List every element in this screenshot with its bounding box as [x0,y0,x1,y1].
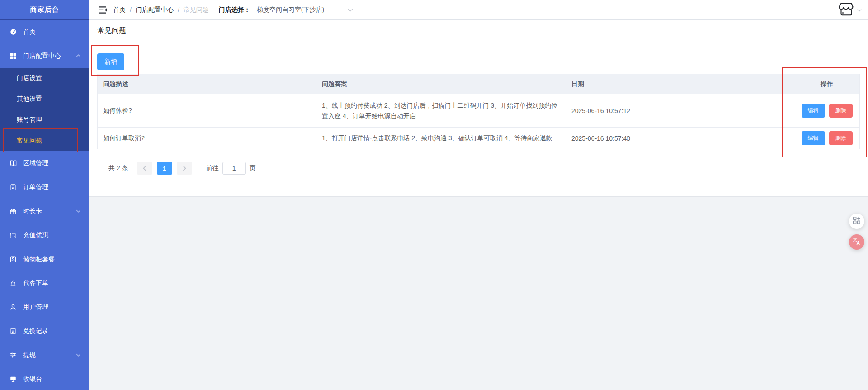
goto-unit: 页 [250,164,256,172]
book-icon [9,159,17,167]
sidebar-item-locker-package[interactable]: 储物柜套餐 [0,247,89,271]
components-plus-icon [853,216,861,226]
sliders-icon [9,351,17,359]
col-header-date: 日期 [566,74,794,94]
faq-card: 常见问题 新增 问题描述 问题答案 日期 操作 如何体验? 1、线上预约付费成功… [89,20,868,197]
page-number-1[interactable]: 1 [157,162,172,175]
store-select-label: 门店选择： [219,6,250,14]
sidebar-item-label: 储物柜套餐 [23,255,55,263]
translate-button[interactable]: 文A [849,234,864,250]
sidebar-item-faq-active[interactable]: 常见问题 [0,130,89,151]
sidebar-item-account-management[interactable]: 账号管理 [0,109,89,130]
col-header-answer: 问题答案 [316,74,566,94]
sidebar: 商家后台 首页 门店配置中心 门店设置 其他设置 账号管理 [0,0,89,390]
sidebar-item-label: 兑换记录 [23,327,48,335]
sidebar-item-recharge-discount[interactable]: 充值优惠 [0,223,89,247]
sidebar-item-cashier[interactable]: 收银台 [0,367,89,390]
breadcrumb-store-config[interactable]: 门店配置中心 [136,6,174,14]
sidebar-item-label: 时长卡 [23,207,42,215]
locker-icon [9,255,17,263]
store-account-menu[interactable] [838,2,862,19]
chevron-down-icon [348,8,353,12]
sidebar-item-store-settings[interactable]: 门店设置 [0,68,89,89]
sidebar-item-label: 区域管理 [23,159,48,167]
table-row: 如何体验? 1、线上预约付费成功 2、到达门店后，扫描门上二维码开门 3、开始订… [98,94,859,128]
col-header-actions: 操作 [794,74,859,94]
sidebar-item-home[interactable]: 首页 [0,20,89,44]
faq-table: 问题描述 问题答案 日期 操作 如何体验? 1、线上预约付费成功 2、到达门店后… [97,74,860,149]
page-title: 常见问题 [97,26,126,36]
table-header-row: 问题描述 问题答案 日期 操作 [98,74,859,94]
storefront-icon [838,2,854,19]
delete-button[interactable]: 删除 [829,104,853,118]
edit-button[interactable]: 编辑 [802,131,825,145]
breadcrumb-separator: / [178,6,179,14]
sidebar-item-label: 代客下单 [23,279,48,287]
store-select[interactable]: 梯度空间自习室(下沙店) [257,6,353,14]
breadcrumb-current: 常见问题 [184,6,209,14]
sidebar-item-label: 用户管理 [23,303,48,311]
bag-icon [9,279,17,287]
sidebar-item-label: 订单管理 [23,183,48,191]
sidebar-item-exchange-records[interactable]: 兑换记录 [0,319,89,343]
cell-question: 如何订单取消? [98,128,316,149]
translate-icon: 文A [852,237,861,247]
sidebar-item-user-management[interactable]: 用户管理 [0,295,89,319]
sidebar-item-label: 首页 [23,28,36,36]
wallet-icon [9,231,17,239]
topbar: 首页 / 门店配置中心 / 常见问题 门店选择： 梯度空间自习室(下沙店) [89,0,868,20]
pagination: 共 2 条 1 前往 页 [108,162,256,175]
chevron-down-icon [857,9,862,12]
table-row: 如何订单取消? 1、打开门店详情-点击联系电话 2、致电沟通 3、确认订单可取消… [98,128,859,149]
cell-actions: 编辑 删除 [794,128,859,149]
sidebar-item-order-management[interactable]: 订单管理 [0,175,89,199]
chevron-down-icon [76,209,81,213]
sidebar-item-other-settings[interactable]: 其他设置 [0,89,89,109]
app-root: 商家后台 首页 门店配置中心 门店设置 其他设置 账号管理 [0,0,868,390]
breadcrumb: 首页 / 门店配置中心 / 常见问题 [113,6,209,14]
sidebar-item-label: 提现 [23,351,36,359]
monitor-icon [9,375,17,383]
grid-icon [9,52,17,60]
breadcrumb-home[interactable]: 首页 [113,6,126,14]
goto-label: 前往 [206,164,219,172]
next-page-button[interactable] [177,162,192,175]
svg-text:A: A [857,240,860,246]
gift-icon [9,207,17,215]
prev-page-button[interactable] [137,162,152,175]
cell-date: 2025-06-16 10:57:40 [566,128,794,149]
cell-answer: 1、打开门店详情-点击联系电话 2、致电沟通 3、确认订单可取消 4、等待商家退… [316,128,566,149]
col-header-question: 问题描述 [98,74,316,94]
sidebar-item-label: 充值优惠 [23,231,48,239]
sidebar-item-label: 收银台 [23,375,42,383]
sidebar-item-time-card[interactable]: 时长卡 [0,199,89,223]
sidebar-item-label: 门店配置中心 [23,52,61,60]
chevron-up-icon [76,54,81,57]
page-background [89,197,868,390]
sidebar-submenu: 门店设置 其他设置 账号管理 常见问题 [0,68,89,151]
sidebar-item-withdraw[interactable]: 提现 [0,343,89,367]
breadcrumb-separator: / [130,6,132,14]
sidebar-item-area-management[interactable]: 区域管理 [0,151,89,175]
cell-question: 如何体验? [98,94,316,128]
add-button[interactable]: 新增 [97,53,124,70]
user-icon [9,303,17,311]
app-title: 商家后台 [0,0,89,20]
cell-answer: 1、线上预约付费成功 2、到达门店后，扫描门上二维码开门 3、开始订单找到预约位… [316,94,566,128]
store-select-value: 梯度空间自习室(下沙店) [257,6,324,14]
pagination-total: 共 2 条 [108,164,128,172]
card-header: 常见问题 [89,20,868,42]
document-icon [9,183,17,191]
delete-button[interactable]: 删除 [829,131,853,145]
cell-actions: 编辑 删除 [794,94,859,128]
edit-button[interactable]: 编辑 [802,104,825,118]
sidebar-item-store-config-center[interactable]: 门店配置中心 [0,44,89,68]
goto-page-input[interactable] [222,162,246,175]
cell-date: 2025-06-16 10:57:12 [566,94,794,128]
chevron-down-icon [76,353,81,357]
dashboard-icon [9,28,17,36]
list-icon [9,327,17,335]
sidebar-item-valet-order[interactable]: 代客下单 [0,271,89,295]
widget-settings-button[interactable] [849,214,864,229]
sidebar-collapse-icon[interactable] [99,6,108,14]
